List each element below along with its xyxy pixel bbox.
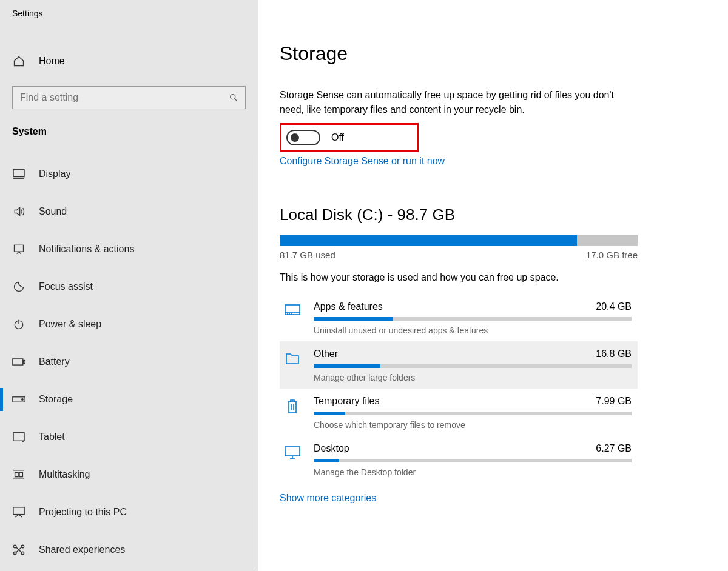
show-more-link[interactable]: Show more categories [280, 493, 692, 504]
svg-rect-4 [15, 245, 24, 252]
svg-rect-11 [13, 433, 24, 441]
section-label: System [0, 126, 258, 137]
nav-label: Focus assist [39, 281, 93, 292]
tablet-icon [12, 432, 25, 442]
nav-item-focus[interactable]: Focus assist [0, 268, 254, 306]
focus-icon [12, 281, 25, 293]
svg-rect-7 [13, 359, 23, 365]
nav-item-battery[interactable]: Battery [0, 343, 254, 381]
nav-label: Shared experiences [39, 544, 125, 555]
nav-label: Display [39, 169, 70, 179]
nav-item-tablet[interactable]: Tablet [0, 418, 254, 456]
nav-label: Tablet [39, 432, 65, 442]
nav-label: Multitasking [39, 469, 90, 480]
home-icon [12, 55, 25, 67]
nav-item-display[interactable]: Display [0, 155, 254, 193]
cat-sub: Choose which temporary files to remove [314, 420, 632, 430]
disk-usage-bar [280, 235, 638, 246]
battery-icon [12, 358, 25, 366]
toggle-highlight: Off [280, 123, 419, 152]
page-title: Storage [280, 42, 692, 65]
shared-icon [12, 544, 25, 556]
disk-usage-fill [280, 235, 577, 246]
nav-list: Display Sound Notifications & actions Fo… [0, 155, 254, 569]
nav-item-power[interactable]: Power & sleep [0, 306, 254, 343]
toggle-state-label: Off [331, 132, 344, 143]
apps-icon [282, 301, 303, 335]
nav-label: Power & sleep [39, 319, 101, 330]
svg-rect-16 [19, 472, 22, 476]
display-icon [12, 169, 25, 179]
toggle-knob [291, 133, 299, 142]
svg-rect-29 [285, 447, 300, 456]
cat-name: Apps & features [314, 301, 383, 312]
projecting-icon [12, 506, 25, 518]
nav-label: Projecting to this PC [39, 507, 127, 518]
disk-heading: Local Disk (C:) - 98.7 GB [280, 205, 692, 224]
category-desktop[interactable]: Desktop6.27 GB Manage the Desktop folder [280, 436, 638, 483]
disk-legend: 81.7 GB used 17.0 GB free [280, 250, 638, 260]
window-title: Settings [0, 8, 258, 18]
home-nav[interactable]: Home [0, 48, 258, 74]
cat-name: Other [314, 349, 338, 359]
nav-item-storage[interactable]: Storage [0, 381, 254, 418]
svg-point-10 [22, 399, 24, 401]
category-apps[interactable]: Apps & features20.4 GB Uninstall unused … [280, 294, 638, 341]
nav-item-notifications[interactable]: Notifications & actions [0, 230, 254, 268]
category-other[interactable]: Other16.8 GB Manage other large folders [280, 341, 638, 389]
notifications-icon [12, 243, 25, 255]
cat-size: 7.99 GB [596, 396, 632, 407]
sound-icon [12, 205, 25, 218]
svg-rect-22 [285, 305, 300, 315]
main-content: Storage Storage Sense can automatically … [258, 0, 728, 571]
nav-label: Notifications & actions [39, 244, 134, 255]
cat-size: 16.8 GB [596, 349, 632, 359]
svg-rect-2 [13, 170, 24, 177]
search-wrap [0, 86, 258, 109]
svg-rect-8 [24, 360, 25, 363]
nav-item-projecting[interactable]: Projecting to this PC [0, 493, 254, 531]
svg-rect-17 [13, 507, 24, 515]
multitasking-icon [12, 469, 25, 481]
power-icon [12, 318, 25, 330]
sidebar: Settings Home System Display Sound Notif… [0, 0, 258, 571]
free-label: 17.0 GB free [586, 250, 638, 260]
cat-name: Desktop [314, 443, 349, 454]
configure-link[interactable]: Configure Storage Sense or run it now [280, 156, 692, 167]
category-temp[interactable]: Temporary files7.99 GB Choose which temp… [280, 389, 638, 436]
cat-name: Temporary files [314, 396, 379, 407]
folder-icon [282, 349, 303, 382]
nav-item-multitasking[interactable]: Multitasking [0, 456, 254, 493]
nav-label: Storage [39, 394, 73, 405]
home-label: Home [39, 56, 65, 67]
cat-size: 20.4 GB [596, 301, 632, 312]
nav-item-sound[interactable]: Sound [0, 193, 254, 230]
search-input[interactable] [12, 86, 246, 109]
svg-rect-15 [15, 472, 18, 476]
usage-desc: This is how your storage is used and how… [280, 272, 692, 283]
cat-sub: Uninstall unused or undesired apps & fea… [314, 326, 632, 335]
cat-sub: Manage the Desktop folder [314, 467, 632, 477]
storage-icon [12, 396, 25, 403]
storage-sense-toggle[interactable] [286, 130, 320, 145]
svg-line-1 [235, 99, 237, 101]
desktop-icon [282, 443, 303, 477]
svg-point-0 [231, 95, 235, 99]
category-list: Apps & features20.4 GB Uninstall unused … [280, 294, 638, 483]
nav-label: Sound [39, 206, 67, 217]
trash-icon [282, 396, 303, 430]
storage-sense-desc: Storage Sense can automatically free up … [280, 88, 632, 117]
used-label: 81.7 GB used [280, 250, 335, 260]
cat-sub: Manage other large folders [314, 373, 632, 382]
search-icon [229, 93, 238, 102]
cat-size: 6.27 GB [596, 443, 632, 454]
nav-item-shared[interactable]: Shared experiences [0, 531, 254, 569]
nav-label: Battery [39, 356, 70, 367]
